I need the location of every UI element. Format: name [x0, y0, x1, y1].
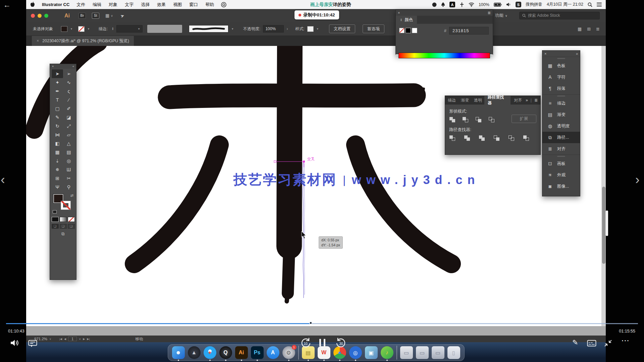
exit-fullscreen-button[interactable]	[604, 339, 612, 347]
panel-tab-align[interactable]: ≣ 对齐	[542, 143, 580, 155]
slice-tool[interactable]: ✂	[63, 174, 74, 183]
tab-transparency[interactable]: 透明	[471, 98, 484, 103]
shape-mode-exclude[interactable]	[488, 117, 496, 123]
pathfinder-outline[interactable]	[508, 135, 516, 141]
input-source-icon[interactable]: A	[449, 2, 455, 7]
magic-wand-tool[interactable]: ✦	[52, 78, 63, 87]
hex-value-input[interactable]: 231815	[449, 27, 489, 35]
style-swatch[interactable]	[307, 26, 314, 32]
control-bar-icon[interactable]: ▦	[578, 26, 582, 32]
dock-finder[interactable]: ☻	[172, 346, 185, 359]
stroke-weight-dropdown[interactable]: ▼	[116, 25, 143, 33]
tools-panel-collapse-icon[interactable]: «	[72, 65, 74, 68]
panel-tab-character[interactable]: A 字符	[542, 71, 580, 83]
menu-type[interactable]: 文字	[125, 2, 133, 8]
dock-video-music[interactable]: ♪	[381, 346, 393, 359]
dock-trash[interactable]: ▯	[447, 346, 460, 359]
menu-view[interactable]: 视图	[173, 2, 182, 8]
menu-select[interactable]: 选择	[141, 2, 150, 8]
perspective-grid-tool[interactable]: △	[63, 139, 74, 148]
sogou-ime-icon[interactable]: S	[516, 2, 521, 7]
pathfinder-minus-back[interactable]	[523, 135, 531, 141]
shape-builder-tool[interactable]: ◧	[52, 139, 63, 148]
color-spectrum-bar[interactable]	[398, 53, 490, 58]
artboard-chevron-icon[interactable]: ∨	[79, 338, 81, 341]
dock-illustrator[interactable]: Ai	[235, 346, 248, 359]
lasso-tool[interactable]: ∿	[63, 78, 74, 87]
none-mode-button[interactable]	[68, 217, 75, 222]
creative-cloud-icon[interactable]	[221, 2, 226, 7]
menubar-app-name[interactable]: Illustrator CC	[42, 2, 69, 7]
draw-normal-button[interactable]: ❏	[52, 224, 59, 229]
shape-mode-minus-front[interactable]	[462, 117, 470, 123]
panel-tab-gradient[interactable]: ▤ 渐变	[542, 109, 580, 120]
color-panel-tab[interactable]: ⇕ 颜色	[396, 16, 417, 24]
zoom-chevron-icon[interactable]: ∨	[49, 338, 51, 341]
swap-fill-stroke-icon[interactable]: ⇄	[70, 193, 73, 198]
dock-separator[interactable]	[298, 346, 299, 360]
gradient-tool[interactable]: ▤	[63, 148, 74, 157]
ime-name[interactable]: 搜狗拼音	[526, 2, 542, 7]
volume-menubar-icon[interactable]	[506, 2, 511, 7]
seek-bar-knob[interactable]	[309, 321, 312, 324]
notes-edit-button[interactable]: ✎	[572, 339, 578, 347]
draw-behind-button[interactable]: ❏	[60, 224, 67, 229]
brush-chevron-icon[interactable]: ▼	[231, 27, 234, 31]
menu-window[interactable]: 窗口	[189, 2, 198, 8]
more-options-button[interactable]: ⋯	[621, 336, 630, 345]
pathfinder-menu-icon[interactable]: ≣	[534, 98, 538, 103]
wifi-icon[interactable]	[469, 2, 474, 7]
dock-minimized-window-2[interactable]: ▭	[416, 346, 429, 359]
last-artboard-icon[interactable]: ▶|	[87, 338, 90, 341]
menu-help[interactable]: 帮助	[205, 2, 214, 8]
anchor-point-solid[interactable]	[303, 161, 305, 163]
opacity-input[interactable]: 100%	[263, 25, 284, 33]
window-zoom-button[interactable]	[44, 14, 48, 18]
bridge-button[interactable]: Br	[78, 13, 86, 19]
adobe-stock-search-input[interactable]: 搜索 Adobe Stock	[519, 12, 600, 19]
direct-selection-tool[interactable]: ➢	[63, 69, 74, 78]
pathfinder-trim[interactable]	[464, 135, 472, 141]
opacity-panel-arrow[interactable]: ›	[286, 26, 288, 31]
panel-tab-swatches[interactable]: ▦ 色板	[542, 60, 580, 71]
artboard-number-input[interactable]: 1	[68, 337, 77, 341]
control-center-icon[interactable]	[597, 3, 602, 6]
status-icon-1[interactable]	[432, 2, 437, 7]
mesh-tool[interactable]: ▦	[52, 148, 63, 157]
dock-qq-browser[interactable]: ◎	[349, 346, 362, 359]
column-graph-tool[interactable]: Ш	[63, 165, 74, 174]
artboard-tool[interactable]: ⊞	[52, 174, 63, 183]
tab-pathfinder-active[interactable]: 路径查找器	[484, 96, 511, 105]
symbol-sprayer-tool[interactable]: ✵	[52, 165, 63, 174]
dock-system-preferences[interactable]: ⚙ 1	[282, 346, 295, 359]
selection-tool[interactable]: ➤	[52, 69, 63, 78]
document-tab[interactable]: × 20230407操作.ai* @ 971.2% (RGB/GPU 预览)	[32, 36, 134, 46]
prev-artboard-icon[interactable]: ◀	[64, 338, 66, 341]
document-setup-button[interactable]: 文档设置	[329, 24, 355, 33]
accessibility-icon[interactable]	[460, 2, 464, 7]
volume-button[interactable]	[10, 339, 19, 347]
subtitle-card-button[interactable]	[587, 340, 596, 347]
brush-definition-preview[interactable]	[189, 25, 228, 33]
tab-close-icon[interactable]: ×	[37, 39, 39, 43]
rewind-10-button[interactable]: 10	[300, 337, 311, 349]
pause-button[interactable]	[319, 339, 325, 346]
dock-launchpad[interactable]: ▲	[188, 346, 201, 359]
menu-file[interactable]: 文件	[76, 2, 85, 8]
pen-tool[interactable]: ✒	[52, 87, 63, 96]
gradient-mode-button[interactable]	[60, 217, 67, 222]
menu-edit[interactable]: 编辑	[93, 2, 101, 8]
preferences-button[interactable]: 首选项	[363, 24, 385, 33]
window-close-button[interactable]	[31, 14, 35, 18]
control-bar-icon[interactable]: ≣	[596, 26, 600, 32]
blend-tool[interactable]: ◎	[63, 157, 74, 165]
panel-tab-appearance[interactable]: ☀ 外观	[542, 169, 580, 181]
panel-tab-transparency[interactable]: ◍ 透明度	[542, 120, 580, 132]
stroke-chevron-icon[interactable]: ▼	[87, 27, 90, 31]
scrollbar-thumb[interactable]	[602, 187, 605, 264]
apple-logo-icon[interactable]	[30, 2, 35, 7]
width-tool[interactable]: ⋈	[52, 130, 63, 139]
panel-tab-image-trace[interactable]: ◙ 图像...	[542, 181, 580, 192]
white-color-swatch[interactable]	[412, 28, 417, 33]
status-icon-2[interactable]	[441, 2, 445, 7]
